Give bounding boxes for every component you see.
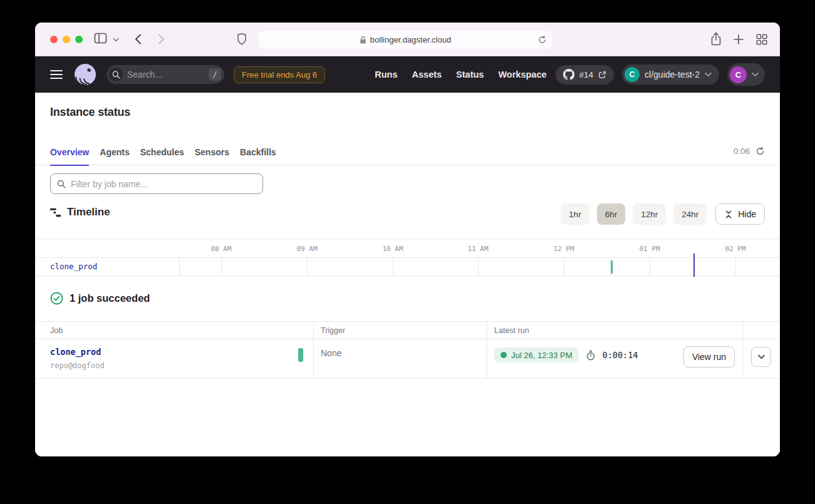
job-filter-input[interactable] [71,179,256,189]
forward-button[interactable] [158,34,165,44]
deployment-switcher[interactable]: C cl/guide-test-2 [622,64,719,85]
tab-sensors[interactable]: Sensors [195,138,229,165]
job-filter[interactable] [50,173,263,194]
timeline-job-label[interactable]: clone_prod [50,258,97,275]
column-header-latest-run: Latest run [494,326,529,335]
job-name-link[interactable]: clone_prod [50,347,101,357]
timeline-controls: 1hr 6hr 12hr 24hr Hide [561,203,765,225]
nav-link-workspace[interactable]: Workspace [498,69,546,80]
github-version-button[interactable]: #14 [556,65,615,85]
run-duration: 0:00:14 [603,350,638,360]
global-search-input[interactable] [127,69,209,80]
app-navbar: / Free trial ends Aug 6 Runs Assets Stat… [35,56,780,93]
timeline-title: Timeline [67,206,110,219]
range-button-12hr[interactable]: 12hr [633,203,666,225]
range-button-6hr[interactable]: 6hr [597,203,626,225]
chevron-down-icon [758,354,765,359]
desktop-background: bollinger.dagster.cloud [0,0,815,504]
browser-toolbar: bollinger.dagster.cloud [35,23,780,56]
column-header-job: Job [50,326,63,335]
user-avatar: C [730,66,747,83]
deployment-name: cl/guide-test-2 [645,69,700,80]
stopwatch-icon [586,350,596,361]
range-button-1hr[interactable]: 1hr [561,203,589,225]
github-version-label: #14 [579,70,594,80]
share-button[interactable] [710,32,722,46]
global-search[interactable]: / [106,65,224,84]
axis-tick-label: 02 PM [725,245,745,253]
timeline-lane: clone_prod [35,257,780,276]
plus-icon [734,34,744,44]
page-title: Instance status [50,106,130,119]
zoom-window-button[interactable] [75,36,83,43]
sidebar-toggle-button[interactable] [94,33,107,44]
user-menu[interactable]: C [727,63,765,86]
github-icon [563,69,574,80]
address-bar[interactable]: bollinger.dagster.cloud [258,31,553,49]
nav-link-assets[interactable]: Assets [412,69,442,80]
minimize-window-button[interactable] [63,36,70,43]
reload-button[interactable] [537,35,547,44]
lane-divider [179,258,180,275]
success-dot-icon [501,352,507,358]
chevron-down-icon [752,72,759,77]
tabs-grid-icon [756,34,767,45]
tab-overview-button[interactable] [756,34,767,45]
external-link-icon [598,71,606,79]
browser-window: bollinger.dagster.cloud [35,23,780,456]
close-window-button[interactable] [50,36,58,43]
deployment-avatar: C [625,67,640,82]
timeline-icon [50,207,61,218]
table-bottom-border [35,378,780,379]
jobs-summary-text: 1 job succeeded [70,292,150,304]
axis-tick-label: 08 AM [210,245,231,253]
refresh-button[interactable] [755,147,765,156]
refresh-icon [755,147,765,156]
dagster-logo[interactable] [74,63,96,86]
gridline [564,258,564,275]
nav-link-status[interactable]: Status [456,69,484,80]
main-menu-button[interactable] [50,70,63,79]
expand-row-button[interactable] [751,347,771,367]
table-header-border [35,339,780,339]
navbar-right: Runs Assets Status Workspace #14 C cl/gu… [375,63,765,86]
gridline [307,258,308,275]
sidebar-menu-chevron[interactable] [113,38,119,42]
axis-tick-label: 12 PM [553,245,574,253]
instance-status-page: Instance status Overview Agents Schedule… [35,93,780,456]
jobs-summary: 1 job succeeded [50,292,150,305]
privacy-shield-button[interactable] [237,33,247,46]
nav-link-runs[interactable]: Runs [375,69,397,80]
success-check-icon [50,292,63,305]
run-status-badge[interactable]: Jul 26, 12:33 PM [494,347,579,363]
view-run-button[interactable]: View run [683,346,735,368]
run-success-marker[interactable] [611,260,613,274]
gridline [393,258,393,275]
refresh-meta: 0:06 [734,147,765,156]
timeline-chart: 08 AM 09 AM 10 AM 11 AM 12 PM 01 PM 02 P… [35,239,780,276]
forward-chevron-icon [158,34,165,44]
url-text: bollinger.dagster.cloud [370,35,451,44]
tab-overview[interactable]: Overview [50,138,89,165]
back-button[interactable] [135,34,142,44]
job-location: repo@dogfood [50,361,105,370]
search-icon [109,68,123,81]
shield-icon [237,33,247,46]
new-tab-button[interactable] [734,34,744,44]
tab-schedules[interactable]: Schedules [140,138,184,165]
chevron-down-icon [113,38,119,42]
job-status-bar[interactable] [298,348,303,362]
hide-button-label: Hide [738,209,756,219]
range-button-24hr[interactable]: 24hr [673,203,707,225]
gridline [650,258,650,275]
chevron-down-icon [705,72,712,77]
hide-timeline-button[interactable]: Hide [715,203,765,225]
column-header-trigger: Trigger [321,326,345,335]
trigger-value: None [321,348,341,358]
tab-agents[interactable]: Agents [100,138,129,165]
jobs-table: Job Trigger Latest run clone_prod repo@d… [35,321,780,378]
tab-backfills[interactable]: Backfills [240,138,276,165]
lock-icon [360,36,366,44]
gridline [478,258,479,275]
timeline-axis: 08 AM 09 AM 10 AM 11 AM 12 PM 01 PM 02 P… [35,239,780,257]
